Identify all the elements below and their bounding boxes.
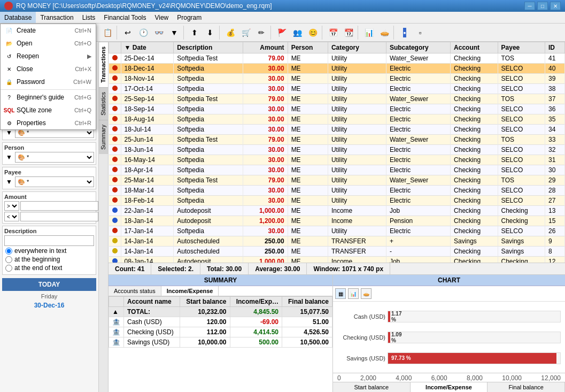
menu-database[interactable]: Database xyxy=(0,12,36,23)
legend-tab-start[interactable]: Start balance xyxy=(333,382,411,392)
menu-lists[interactable]: Lists xyxy=(78,12,100,23)
menu-financial-tools[interactable]: Financial Tools xyxy=(99,12,150,23)
tb-pie-btn[interactable]: 🥧 xyxy=(377,25,392,40)
tb-chart-btn[interactable]: 📊 xyxy=(361,25,376,40)
radio-everywhere[interactable]: everywhere in text xyxy=(5,247,93,255)
menu-transaction[interactable]: Transaction xyxy=(36,12,78,23)
tb-grid2-btn[interactable]: ▫ xyxy=(413,25,428,40)
table-row[interactable]: 17-Jan-14 Softpedia 30.00 ME Utility Ele… xyxy=(109,226,565,236)
table-row[interactable]: 14-Jan-14 Autoscheduled 250.00 ME TRANSF… xyxy=(109,236,565,247)
table-row[interactable]: 25-Mar-14 Softpedia Test 79.00 ME Utilit… xyxy=(109,175,565,186)
menu-properties[interactable]: ⚙ Properties Ctrl+R xyxy=(1,117,96,129)
chart-bar2-icon-btn[interactable]: 📊 xyxy=(348,288,359,299)
cell-account: Checking xyxy=(451,206,498,216)
chart-pie-icon-btn[interactable]: 🥧 xyxy=(361,288,371,299)
tb-face-btn[interactable]: 😊 xyxy=(305,25,320,40)
total-label: Total: xyxy=(207,265,226,273)
table-row[interactable]: 16-May-14 Softpedia 30.00 ME Utility Ele… xyxy=(109,155,565,165)
table-row[interactable]: 18-Jan-14 Autodeposit 1,200.00 ME Income… xyxy=(109,216,565,226)
today-button[interactable]: TODAY xyxy=(2,278,96,291)
amount-op-gte[interactable]: >= xyxy=(4,201,19,211)
col-amount[interactable]: Amount xyxy=(243,42,288,53)
menu-open[interactable]: 📂 Open Ctrl+O xyxy=(1,37,96,50)
radio-beginning[interactable]: at the beginning xyxy=(5,256,93,263)
table-row[interactable]: 18-Nov-14 Softpedia 30.00 ME Utility Ele… xyxy=(109,74,565,84)
minimize-button[interactable]: ─ xyxy=(524,2,535,10)
col-date[interactable]: ▼ Date xyxy=(121,42,174,53)
amount-op-lte[interactable]: <= xyxy=(4,212,19,221)
menu-password[interactable]: 🔒 Password Ctrl+W xyxy=(1,75,96,88)
tab-transactions[interactable]: Transactions xyxy=(99,42,108,87)
table-row[interactable]: 17-Oct-14 Softpedia 30.00 ME Utility Ele… xyxy=(109,84,565,94)
col-subcategory[interactable]: Subcategory xyxy=(386,42,450,53)
tab-income-expense[interactable]: Income/Expense xyxy=(161,286,219,296)
menu-reopen[interactable]: ↺ Reopen ▶ xyxy=(1,50,96,63)
transaction-table-container[interactable]: ▼ Date Description Amount Person Categor… xyxy=(109,42,565,263)
amount-input-lte[interactable] xyxy=(20,212,98,221)
menu-view[interactable]: View xyxy=(150,12,173,23)
tb-flag-btn[interactable]: 🚩 xyxy=(274,25,289,40)
tb-grid1-btn[interactable]: ▪ xyxy=(397,25,412,40)
maximize-button[interactable]: □ xyxy=(537,2,548,10)
close-button[interactable]: ✕ xyxy=(550,2,561,10)
cell-payee: Checking xyxy=(498,216,545,226)
col-description[interactable]: Description xyxy=(174,42,243,53)
chart-bar-icon-btn[interactable]: ▦ xyxy=(335,288,346,299)
col-account[interactable]: Account xyxy=(451,42,498,53)
tb-people-btn[interactable]: 👥 xyxy=(290,25,305,40)
description-input[interactable] xyxy=(4,235,94,246)
col-person[interactable]: Person xyxy=(288,42,328,53)
table-row[interactable]: 18-Aug-14 Softpedia 30.00 ME Utility Ele… xyxy=(109,114,565,125)
table-row[interactable]: 14-Jan-14 Autoscheduled 250.00 ME TRANSF… xyxy=(109,247,565,257)
table-row[interactable]: 22-Jan-14 Autodeposit 1,000.00 ME Income… xyxy=(109,206,565,216)
menu-sqlite-zone[interactable]: SQL SQLite zone Ctrl+Q xyxy=(1,104,96,117)
table-row[interactable]: 18-Sep-14 Softpedia 30.00 ME Utility Ele… xyxy=(109,104,565,114)
table-row[interactable]: 18-Jun-14 Softpedia 30.00 ME Utility Ele… xyxy=(109,145,565,155)
cell-payee: TOS xyxy=(498,53,545,64)
menu-create[interactable]: 📄 Create Ctrl+N xyxy=(1,24,96,37)
legend-tab-income[interactable]: Income/Expense xyxy=(411,382,488,392)
average-label: Average: xyxy=(255,265,284,273)
tb-download-btn[interactable]: ⬇ xyxy=(203,25,218,40)
table-row[interactable]: 18-Apr-14 Softpedia 30.00 ME Utility Ele… xyxy=(109,165,565,175)
tb-cal2-btn[interactable]: 📆 xyxy=(341,25,356,40)
tb-cal1-btn[interactable]: 📅 xyxy=(326,25,340,40)
tab-accounts-status[interactable]: Accounts status xyxy=(109,286,161,296)
table-row[interactable]: 18-Jul-14 Softpedia 30.00 ME Utility Ele… xyxy=(109,125,565,135)
menu-program[interactable]: Program xyxy=(173,12,206,23)
person-select[interactable]: 🎨 * xyxy=(15,152,94,163)
amount-input-gte[interactable] xyxy=(20,201,98,211)
tb-glasses-btn[interactable]: 👓 xyxy=(151,25,166,40)
table-row[interactable]: 25-Sep-14 Softpedia Test 79.00 ME Utilit… xyxy=(109,94,565,104)
table-row[interactable]: 18-Dec-14 Softpedia 30.00 ME Utility Ele… xyxy=(109,64,565,74)
menu-close[interactable]: ✕ Close Ctrl+X xyxy=(1,63,96,75)
tb-upload-btn[interactable]: ⬆ xyxy=(187,25,202,40)
tb-undo-btn[interactable]: ↩ xyxy=(120,25,135,40)
tb-filter-btn[interactable]: ▼ xyxy=(167,25,182,40)
table-row[interactable]: 08-Jan-14 Autodeposit 1,000.00 ME Income… xyxy=(109,257,565,263)
tb-cart-btn[interactable]: 🛒 xyxy=(238,25,253,40)
table-row[interactable]: 25-Jun-14 Softpedia Test 79.00 ME Utilit… xyxy=(109,135,565,145)
tb-pencil-btn[interactable]: ✏ xyxy=(254,25,269,40)
sum-cell-start: 10,232.00 xyxy=(180,307,230,317)
sum-cell-name: Checking (USD) xyxy=(124,327,180,337)
cell-desc: Autodeposit xyxy=(174,216,243,226)
legend-tab-final[interactable]: Final balance xyxy=(487,382,565,392)
table-row[interactable]: 18-Feb-14 Softpedia 30.00 ME Utility Ele… xyxy=(109,196,565,206)
payee-select[interactable]: 🎨 * xyxy=(15,176,94,187)
table-row[interactable]: 18-Mar-14 Softpedia 30.00 ME Utility Ele… xyxy=(109,186,565,196)
sqlite-label: SQLite zone xyxy=(17,106,52,114)
table-row[interactable]: 25-Dec-14 Softpedia Test 79.00 ME Utilit… xyxy=(109,53,565,64)
col-category[interactable]: Category xyxy=(328,42,386,53)
cell-person: ME xyxy=(288,135,328,145)
tb-paste-btn[interactable]: 📋 xyxy=(100,25,115,40)
tb-clock-btn[interactable]: 🕐 xyxy=(136,25,151,40)
tab-statistics[interactable]: Statistics xyxy=(99,87,108,120)
radio-end[interactable]: at the end of text xyxy=(5,264,93,272)
menu-beginners-guide[interactable]: ? Beginner's guide Ctrl+G xyxy=(1,91,96,104)
tb-coin-btn[interactable]: 💰 xyxy=(223,25,238,40)
col-id[interactable]: ID xyxy=(545,42,564,53)
col-payee[interactable]: Payee xyxy=(498,42,545,53)
tab-summary[interactable]: Summary xyxy=(99,120,108,154)
glasses-icon: 👓 xyxy=(154,28,164,37)
